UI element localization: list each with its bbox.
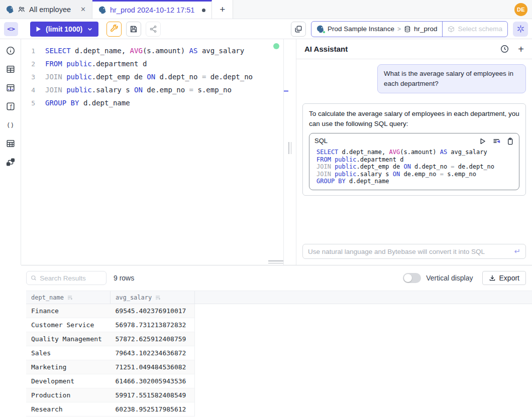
assistant-message: To calculate the average salary of emplo… <box>302 103 526 196</box>
line-code: JOIN public.dept_emp de ON d.dept_no = d… <box>45 73 253 81</box>
main-area: ƒ () 1SELECT d.dept_name, AVG(s.amount) … <box>0 39 532 265</box>
info-icon[interactable] <box>6 46 15 55</box>
tab-label: hr_prod 2024-10-12 17:51 <box>110 6 195 14</box>
code-line[interactable]: 5GROUP BY d.dept_name <box>21 96 283 109</box>
vertical-display-toggle[interactable] <box>403 273 421 283</box>
table-cell: Sales <box>26 346 111 360</box>
table-row[interactable]: Customer Service56978.731213872832 <box>26 318 195 332</box>
ai-code-line: GROUP BY d.dept_name <box>316 178 514 185</box>
external-tables-icon[interactable] <box>6 139 15 148</box>
results-panel: 9 rows Vertical display Export dept_name… <box>21 265 532 419</box>
table-row[interactable]: Sales79643.102234636872 <box>26 346 195 360</box>
save-sheet-button[interactable] <box>126 22 141 37</box>
header-filler <box>195 291 532 304</box>
ai-prompt-input[interactable] <box>308 248 514 255</box>
new-conversation-icon[interactable]: + <box>518 44 524 54</box>
line-code: JOIN public.salary s ON de.emp_no = s.em… <box>45 86 232 94</box>
table-cell: 57872.625912408759 <box>111 332 195 346</box>
schema-selector[interactable]: Select schema <box>443 22 507 37</box>
insert-into-editor-icon[interactable] <box>492 137 500 145</box>
editor-lines: 1SELECT d.dept_name, AVG(s.amount) AS av… <box>21 44 283 109</box>
chevron-down-icon <box>87 26 93 32</box>
line-number: 3 <box>21 73 45 81</box>
schema-cube-icon <box>448 26 455 33</box>
ai-panel-header: AI Assistant + <box>296 39 532 59</box>
table-row[interactable]: Production59917.551582408549 <box>26 388 195 402</box>
results-table: dept_name avg_salary Finance69545.402376… <box>26 291 532 416</box>
play-icon <box>36 26 41 32</box>
code-line[interactable]: 1SELECT d.dept_name, AVG(s.amount) AS av… <box>21 44 283 57</box>
line-number: 2 <box>21 60 45 68</box>
user-avatar[interactable]: DE <box>514 3 527 16</box>
code-line[interactable]: 3JOIN public.dept_emp de ON d.dept_no = … <box>21 70 283 83</box>
ai-code-line: SELECT d.dept_name, AVG(s.amount) AS avg… <box>316 149 514 156</box>
sql-editor[interactable]: 1SELECT d.dept_name, AVG(s.amount) AS av… <box>21 39 284 265</box>
vertical-display-label: Vertical display <box>426 274 473 282</box>
table-cell: Quality Management <box>26 332 111 346</box>
ai-code-line: JOIN public.dept_emp de ON d.dept_no = d… <box>316 163 514 171</box>
table-cell: Research <box>26 402 111 416</box>
column-header-avg-salary[interactable]: avg_salary <box>111 291 195 304</box>
sort-icon[interactable] <box>67 295 73 301</box>
tables-icon[interactable] <box>6 65 15 74</box>
svg-text:ƒ: ƒ <box>9 104 12 109</box>
table-cell: 79643.102234636872 <box>111 346 195 360</box>
views-icon[interactable] <box>6 83 15 92</box>
search-results-input[interactable] <box>40 274 102 282</box>
functions-icon[interactable]: ƒ <box>6 102 15 111</box>
tab-all-employee[interactable]: All employee ✕ <box>0 0 92 19</box>
sql-code-lines: SELECT d.dept_name, AVG(s.amount) AS avg… <box>309 147 519 190</box>
tab-bar: All employee ✕ hr_prod 2024-10-12 17:51 … <box>0 0 532 19</box>
share-button[interactable] <box>146 22 161 37</box>
table-cell: 56978.731213872832 <box>111 318 195 332</box>
table-cell: Customer Service <box>26 318 111 332</box>
postgres-icon <box>316 25 325 33</box>
ai-conversation: What is the average salary of employees … <box>296 59 532 201</box>
download-icon <box>489 274 496 282</box>
table-row[interactable]: Marketing71251.049484536082 <box>26 360 195 374</box>
table-cell: Production <box>26 388 111 402</box>
schema-diagram-icon[interactable] <box>6 158 15 167</box>
table-row[interactable]: Research60238.952517985612 <box>26 402 195 416</box>
run-code-icon[interactable] <box>479 137 486 145</box>
sort-icon[interactable] <box>155 295 161 301</box>
overview-ruler-mark <box>284 90 288 92</box>
table-cell: Development <box>26 374 111 388</box>
table-cell: 61466.302005943536 <box>111 374 195 388</box>
table-row[interactable]: Finance69545.402376910017 <box>26 304 195 318</box>
unsaved-dot <box>202 9 205 12</box>
vertical-resize-handle[interactable] <box>288 142 291 154</box>
procedures-icon[interactable]: () <box>6 120 15 129</box>
export-button[interactable]: Export <box>482 271 526 285</box>
copy-icon[interactable] <box>506 137 514 145</box>
share-icon <box>149 25 157 33</box>
table-row[interactable]: Quality Management57872.625912408759 <box>26 332 195 346</box>
tab-label: All employee <box>29 6 71 14</box>
line-number: 4 <box>21 86 45 94</box>
instance-database-selector[interactable]: Prod Sample Instance > hr_prod <box>311 22 442 37</box>
ai-assistant-button[interactable] <box>513 22 528 37</box>
ai-code-line: FROM public.department d <box>316 156 514 164</box>
code-language-label: SQL <box>314 136 328 146</box>
sql-editor-app: All employee ✕ hr_prod 2024-10-12 17:51 … <box>0 0 532 419</box>
database-icon <box>404 26 411 33</box>
code-line[interactable]: 2FROM public.department d <box>21 57 283 70</box>
table-cell: Marketing <box>26 360 111 374</box>
openai-icon <box>516 25 525 33</box>
ai-assistant-panel: AI Assistant + What is the average salar… <box>296 39 532 265</box>
close-icon[interactable]: ✕ <box>80 6 86 13</box>
code-line[interactable]: 4JOIN public.salary s ON de.emp_no = s.e… <box>21 83 283 96</box>
table-row[interactable]: Development61466.302005943536 <box>26 374 195 388</box>
code-panel-button[interactable]: <> <box>4 22 18 36</box>
schema-placeholder: Select schema <box>458 25 502 33</box>
new-tab-button[interactable]: + <box>212 0 233 19</box>
batch-query-button[interactable] <box>291 22 306 37</box>
panel-resize-gutter[interactable] <box>284 39 296 265</box>
tab-hr-prod[interactable]: hr_prod 2024-10-12 17:51 <box>92 0 212 19</box>
return-key-icon: ↵ <box>514 247 520 256</box>
column-header-dept-name[interactable]: dept_name <box>26 291 111 304</box>
run-query-button[interactable]: (limit 1000) <box>30 22 98 37</box>
format-sql-button[interactable] <box>107 22 122 37</box>
horizontal-resize-handle[interactable] <box>268 260 283 263</box>
history-clock-icon[interactable] <box>500 45 509 53</box>
